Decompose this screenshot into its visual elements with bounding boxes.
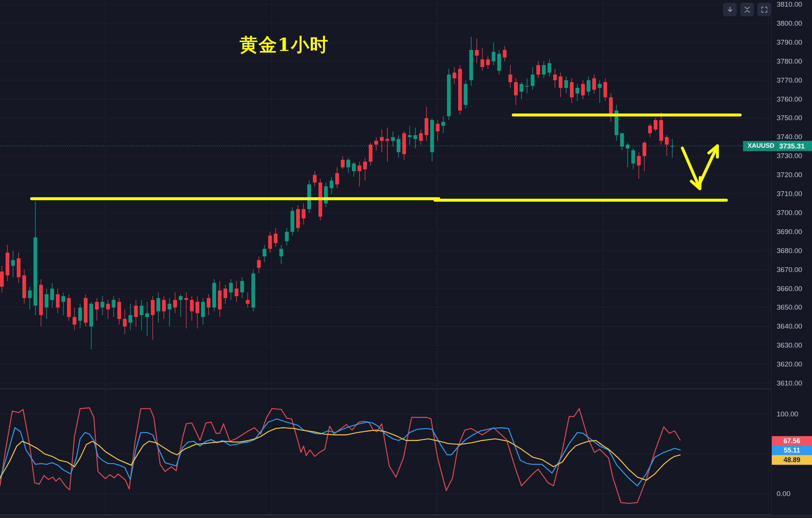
candle-body xyxy=(0,272,4,287)
candle-body xyxy=(358,166,361,171)
candle-body xyxy=(235,289,238,296)
price-tick-label: 3730.00 xyxy=(777,152,802,160)
candle-body xyxy=(520,84,523,92)
candle-body xyxy=(497,54,501,71)
fullscreen-button[interactable] xyxy=(757,3,771,16)
candle-body xyxy=(514,82,518,96)
candle-body xyxy=(162,300,166,311)
candle-body xyxy=(212,283,216,307)
price-tick-label: 3720.00 xyxy=(777,171,802,179)
candle-body xyxy=(374,141,378,144)
candle-body xyxy=(134,306,138,317)
candle-body xyxy=(285,232,289,241)
candle-body xyxy=(453,73,456,78)
candle-body xyxy=(22,275,26,298)
candle-body xyxy=(11,260,15,266)
candle-body xyxy=(50,289,54,300)
candle-body xyxy=(592,79,596,90)
candle-body xyxy=(274,234,277,243)
download-arrow-icon xyxy=(726,6,734,13)
price-axis[interactable]: 3735.31 3810.003800.003790.003780.003770… xyxy=(771,0,812,518)
candle-body xyxy=(168,304,171,309)
candle-body xyxy=(190,300,194,311)
candle-body xyxy=(581,84,585,96)
candle-body xyxy=(61,296,65,302)
oscillator-value-badge: 55.11 xyxy=(772,445,812,455)
candle-body xyxy=(654,120,657,129)
candle-body xyxy=(559,76,562,88)
candle-body xyxy=(542,65,546,74)
candle-body xyxy=(436,124,440,131)
candle-body xyxy=(548,63,551,73)
candle-body xyxy=(598,84,602,88)
candle-body xyxy=(469,50,473,80)
collapse-arrows-icon xyxy=(743,6,751,13)
candle-body xyxy=(397,139,400,152)
candle-body xyxy=(246,300,250,304)
candle-body xyxy=(335,173,339,185)
candle-body xyxy=(129,315,132,323)
candle-body xyxy=(145,313,149,317)
candle-body xyxy=(391,137,395,141)
price-tick-label: 3620.00 xyxy=(777,360,802,368)
collapse-button[interactable] xyxy=(740,3,754,16)
candle-body xyxy=(95,302,99,309)
candle-body xyxy=(531,74,535,86)
candle-body xyxy=(296,209,300,228)
candle-body xyxy=(346,160,350,167)
price-tick-label: 3810.00 xyxy=(777,0,802,9)
candle-body xyxy=(609,97,613,116)
price-tick-label: 3770.00 xyxy=(777,76,802,84)
candle-body xyxy=(570,82,574,97)
candle-body xyxy=(480,60,484,67)
price-tick-label: 3660.00 xyxy=(777,285,802,293)
candle-body xyxy=(173,300,177,307)
price-tick-label: 3610.00 xyxy=(777,379,802,387)
candle-body xyxy=(156,298,160,311)
candles-layer xyxy=(0,37,674,349)
candle-body xyxy=(56,294,60,308)
candle-body xyxy=(402,133,406,154)
candle-body xyxy=(430,120,434,152)
candle-body xyxy=(475,50,479,55)
price-tick-label: 3710.00 xyxy=(777,190,802,198)
candle-body xyxy=(587,80,590,92)
candlestick-chart-canvas[interactable] xyxy=(0,0,812,518)
candle-body xyxy=(458,69,462,111)
candle-body xyxy=(106,304,110,309)
candle-body xyxy=(643,143,646,156)
candle-body xyxy=(123,319,127,326)
price-tick-label: 3690.00 xyxy=(777,228,802,236)
candle-body xyxy=(279,249,283,256)
candle-body xyxy=(179,296,183,300)
candle-body xyxy=(184,298,188,300)
price-tick-label: 3750.00 xyxy=(777,114,802,122)
candle-body xyxy=(112,300,115,307)
candle-body xyxy=(257,260,261,268)
candle-body xyxy=(536,65,540,74)
candle-body xyxy=(425,118,428,135)
price-tick-label: 3700.00 xyxy=(777,209,802,217)
candle-body xyxy=(553,74,557,80)
candle-body xyxy=(67,298,71,317)
price-tick-label: 3650.00 xyxy=(777,303,802,311)
candle-body xyxy=(486,60,490,65)
price-tick-label: 3760.00 xyxy=(777,95,802,103)
candle-body xyxy=(207,298,210,307)
download-button[interactable] xyxy=(723,3,737,16)
candle-body xyxy=(251,274,255,308)
candle-body xyxy=(78,307,82,321)
candle-body xyxy=(631,150,635,164)
candle-body xyxy=(6,253,9,275)
price-tick-label: 3800.00 xyxy=(777,19,802,28)
candle-body xyxy=(603,82,607,97)
candle-body xyxy=(223,289,227,298)
candle-body xyxy=(313,175,317,182)
chart-title-annotation: 黄金1小时 xyxy=(240,33,329,57)
candle-body xyxy=(363,162,367,169)
candle-body xyxy=(564,80,568,88)
candle-body xyxy=(101,302,104,307)
candle-body xyxy=(637,156,641,165)
candle-body xyxy=(419,133,423,141)
candle-body xyxy=(626,145,629,148)
